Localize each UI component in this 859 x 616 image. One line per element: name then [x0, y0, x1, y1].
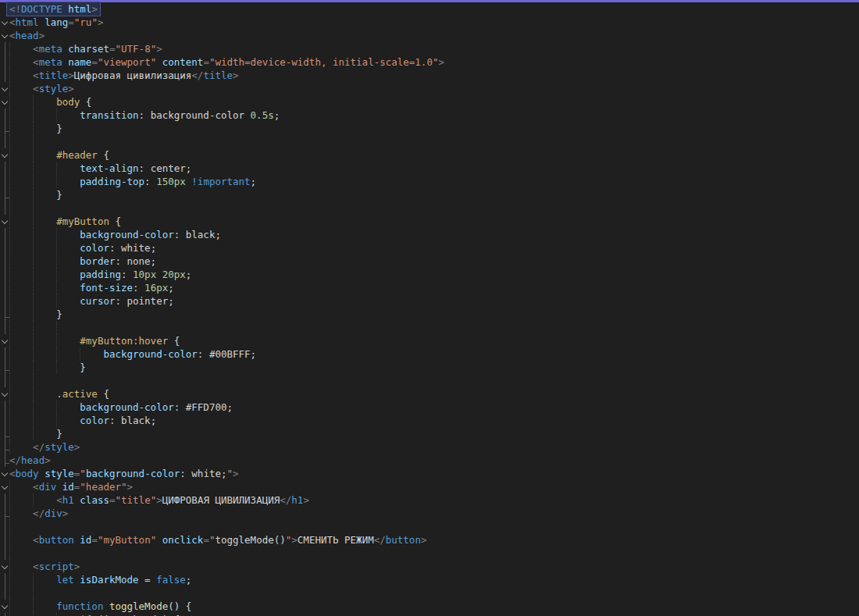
- indent-guide: [33, 308, 34, 321]
- indent-guide: [9, 560, 10, 573]
- code-line[interactable]: if (isDarkMode) {: [0, 613, 859, 616]
- code-line[interactable]: <h1 class="title">ЦИФРОВАЯ ЦИВИЛИЗАЦИЯ</…: [0, 493, 859, 507]
- code-text: padding-top: 150px !important;: [9, 175, 256, 188]
- indent-guide: [9, 374, 10, 387]
- code-line[interactable]: .active {: [0, 387, 859, 401]
- code-text: <meta charset="UTF-8">: [9, 42, 162, 55]
- code-line[interactable]: </head>: [0, 454, 859, 467]
- code-line[interactable]: background-color: #FFD700;: [0, 401, 859, 414]
- fold-gutter: [0, 2, 9, 16]
- code-line[interactable]: [0, 374, 859, 387]
- code-line[interactable]: font-size: 16px;: [0, 281, 859, 294]
- indent-guide: [9, 440, 10, 454]
- code-text: transition: background-color 0.5s;: [9, 109, 280, 122]
- fold-chevron-icon[interactable]: [0, 16, 9, 29]
- fold-gutter: [0, 427, 9, 440]
- code-line[interactable]: <body style="background-color: white;">: [0, 467, 859, 480]
- fold-gutter: [0, 55, 9, 69]
- fold-chevron-icon[interactable]: [0, 29, 9, 42]
- code-text: <!DOCTYPE html>: [7, 2, 100, 16]
- code-line[interactable]: [0, 547, 859, 560]
- code-text: <body style="background-color: white;">: [9, 467, 239, 480]
- fold-gutter: [0, 493, 9, 507]
- indent-guide: [9, 175, 10, 188]
- code-line[interactable]: transition: background-color 0.5s;: [0, 109, 859, 122]
- indent-guide: [33, 162, 34, 175]
- code-line[interactable]: <html lang="ru">: [0, 16, 859, 29]
- fold-gutter: [0, 135, 9, 148]
- code-line[interactable]: #header {: [0, 148, 859, 162]
- indent-guide: [33, 268, 34, 281]
- code-line[interactable]: }: [0, 188, 859, 201]
- code-text: padding: 10px 20px;: [9, 268, 191, 281]
- fold-chevron-icon[interactable]: [0, 467, 9, 480]
- indent-guide: [56, 175, 57, 188]
- code-line[interactable]: <meta charset="UTF-8">: [0, 42, 859, 55]
- code-line[interactable]: }: [0, 122, 859, 135]
- code-line[interactable]: </div>: [0, 507, 859, 520]
- code-line[interactable]: padding-top: 150px !important;: [0, 175, 859, 188]
- code-editor: <!DOCTYPE html><html lang="ru"><head> <m…: [0, 0, 859, 616]
- code-line[interactable]: <script>: [0, 560, 859, 573]
- fold-chevron-icon[interactable]: [0, 560, 9, 573]
- fold-gutter: [0, 228, 9, 241]
- code-text: if (isDarkMode) {: [9, 613, 180, 616]
- fold-gutter: [0, 175, 9, 188]
- fold-gutter: [0, 347, 9, 361]
- indent-guide: [56, 361, 57, 374]
- code-line[interactable]: border: none;: [0, 255, 859, 268]
- indent-guide: [9, 361, 10, 374]
- fold-chevron-icon[interactable]: [0, 148, 9, 162]
- code-text: #header {: [9, 148, 109, 162]
- code-line[interactable]: <meta name="viewport" content="width=dev…: [0, 55, 859, 69]
- code-line[interactable]: let isDarkMode = false;: [0, 573, 859, 586]
- code-line[interactable]: #myButton {: [0, 215, 859, 228]
- fold-chevron-icon[interactable]: [0, 334, 9, 347]
- indent-guide: [9, 414, 10, 427]
- code-line[interactable]: <style>: [0, 82, 859, 95]
- code-line[interactable]: #myButton:hover {: [0, 334, 859, 347]
- indent-guide: [56, 228, 57, 241]
- code-line[interactable]: color: black;: [0, 414, 859, 427]
- code-line[interactable]: <button id="myButton" onclick="toggleMod…: [0, 533, 859, 547]
- code-line[interactable]: <head>: [0, 29, 859, 42]
- code-line[interactable]: [0, 201, 859, 215]
- code-line[interactable]: <!DOCTYPE html>: [0, 2, 859, 16]
- code-line[interactable]: [0, 520, 859, 533]
- code-line[interactable]: padding: 10px 20px;: [0, 268, 859, 281]
- code-line[interactable]: [0, 321, 859, 334]
- fold-chevron-icon[interactable]: [0, 95, 9, 109]
- code-line[interactable]: text-align: center;: [0, 162, 859, 175]
- indent-guide: [33, 600, 34, 613]
- code-line[interactable]: background-color: black;: [0, 228, 859, 241]
- indent-guide: [56, 613, 57, 616]
- code-line[interactable]: }: [0, 308, 859, 321]
- fold-chevron-icon[interactable]: [0, 82, 9, 95]
- code-line[interactable]: </style>: [0, 440, 859, 454]
- code-area[interactable]: <!DOCTYPE html><html lang="ru"><head> <m…: [0, 2, 859, 616]
- fold-chevron-icon[interactable]: [0, 480, 9, 493]
- code-line[interactable]: cursor: pointer;: [0, 294, 859, 308]
- code-line[interactable]: [0, 586, 859, 600]
- code-text: <html lang="ru">: [9, 16, 103, 29]
- code-line[interactable]: body {: [0, 95, 859, 109]
- indent-guide: [9, 547, 10, 560]
- indent-guide: [33, 401, 34, 414]
- code-text: color: black;: [9, 414, 156, 427]
- code-line[interactable]: function toggleMode() {: [0, 600, 859, 613]
- code-line[interactable]: <div id="header">: [0, 480, 859, 493]
- code-line[interactable]: [0, 135, 859, 148]
- fold-gutter: [0, 308, 9, 321]
- code-line[interactable]: }: [0, 427, 859, 440]
- code-line[interactable]: color: white;: [0, 241, 859, 255]
- code-text: function toggleMode() {: [9, 600, 191, 613]
- fold-chevron-icon[interactable]: [0, 215, 9, 228]
- fold-gutter: [0, 374, 9, 387]
- fold-chevron-icon[interactable]: [0, 600, 9, 613]
- indent-guide: [56, 255, 57, 268]
- fold-chevron-icon[interactable]: [0, 387, 9, 401]
- code-line[interactable]: }: [0, 361, 859, 374]
- indent-guide: [33, 255, 34, 268]
- code-line[interactable]: <title>Цифровая цивилизация</title>: [0, 69, 859, 82]
- code-line[interactable]: background-color: #00BFFF;: [0, 347, 859, 361]
